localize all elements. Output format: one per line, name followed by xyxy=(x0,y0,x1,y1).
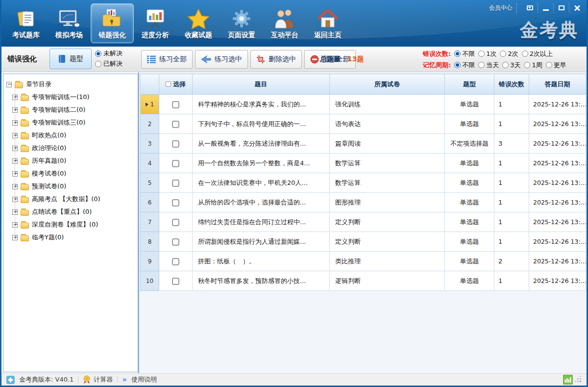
expand-plus-icon[interactable] xyxy=(12,146,18,151)
table-row[interactable]: 2 下列句子中，标点符号使用正确的一... 语句表达 单选题 1 2025-12… xyxy=(141,114,586,134)
expand-plus-icon[interactable] xyxy=(12,95,18,100)
nav-mock-exam[interactable]: 模拟考场 xyxy=(48,3,91,43)
nav-return-home[interactable]: 返回主页 xyxy=(306,3,349,43)
error-count-filter: 错误次数: 不限 1次 2次 2次以上 xyxy=(423,48,566,59)
row-checkbox[interactable] xyxy=(172,180,179,187)
member-center-link[interactable]: 会员中心 xyxy=(485,3,517,13)
filter-option[interactable]: 更早 xyxy=(546,61,566,70)
expand-plus-icon[interactable] xyxy=(12,107,18,113)
row-number-cell: 6 xyxy=(141,193,159,212)
tree-item[interactable]: 历年真题(0) xyxy=(6,155,136,167)
row-checkbox[interactable] xyxy=(172,160,179,167)
tree-item[interactable]: 高频考点 【大数据】(0) xyxy=(6,193,136,206)
table-row[interactable]: 6 从所给的四个选项中，选择最合适的... 图形推理 单选题 1 2025-12… xyxy=(141,193,586,212)
expand-plus-icon[interactable] xyxy=(12,197,18,202)
row-checkbox[interactable] xyxy=(172,140,179,148)
nav-interactive-platform[interactable]: 互动平台 xyxy=(263,3,306,43)
minimize-to-tray-button[interactable] xyxy=(522,2,538,13)
date-cell: 2025-12-26 13:... xyxy=(529,232,586,252)
expand-plus-icon[interactable] xyxy=(12,171,18,177)
row-checkbox[interactable] xyxy=(172,258,179,265)
nav-label: 页面设置 xyxy=(228,31,255,40)
table-row[interactable]: 10 秋冬时节感冒多发，预防感冒的小技... 逻辑判断 单选题 1 2025-1… xyxy=(141,271,586,291)
qtype-cell: 单选题 xyxy=(445,193,494,212)
tree-item[interactable]: 临考Y题(0) xyxy=(6,231,136,244)
tree-item[interactable]: 专项智能训练一(10) xyxy=(6,91,136,103)
qtype-cell: 单选题 xyxy=(445,154,494,173)
question-type-button[interactable]: 题型 xyxy=(49,49,92,69)
filter-option[interactable]: 3天 xyxy=(502,61,520,70)
practice-all-button[interactable]: 练习全部 xyxy=(141,50,193,69)
row-checkbox[interactable] xyxy=(172,101,179,108)
tree-item[interactable]: 预测试卷(0) xyxy=(6,180,136,193)
tree-item[interactable]: 专项智能训练二(0) xyxy=(6,103,136,116)
filter-option[interactable]: 2次 xyxy=(500,50,518,58)
nav-wrong-questions[interactable]: 错题强化 xyxy=(91,3,134,43)
practice-selected-button[interactable]: 练习选中 xyxy=(195,50,248,69)
expand-plus-icon[interactable] xyxy=(12,222,18,228)
row-checkbox[interactable] xyxy=(172,219,179,226)
total-value: 13题 xyxy=(347,55,364,63)
tree-item[interactable]: 模考试卷(0) xyxy=(6,167,136,180)
table-row[interactable]: 3 从一般视角看，充分陈述法律理由有... 篇章阅读 不定项选择题 3 2025… xyxy=(141,134,586,154)
calculator-link[interactable]: 计算器 xyxy=(83,375,113,384)
radio-unsolved[interactable]: 未解决 xyxy=(95,49,122,58)
status-bar: 金考典版本: V40.1 计算器 使用说明 xyxy=(1,373,587,386)
minimize-button[interactable] xyxy=(538,2,553,13)
table-header-row: 选择 题目 所属试卷 题型 错误次数 答题日期 xyxy=(141,74,586,95)
tree-item[interactable]: 深度自测卷【难度】(0) xyxy=(6,218,136,231)
row-checkbox[interactable] xyxy=(172,238,179,246)
collapse-minus-icon[interactable] xyxy=(6,82,12,87)
date-cell: 2025-12-26 13:... xyxy=(529,252,586,271)
maximize-button[interactable] xyxy=(553,2,569,13)
expand-plus-icon[interactable] xyxy=(12,235,18,240)
table-row[interactable]: 7 缔约过失责任是指在合同订立过程中... 定义判断 单选题 1 2025-12… xyxy=(141,212,586,232)
radio-selected-icon xyxy=(454,62,461,68)
row-checkbox[interactable] xyxy=(172,278,179,285)
tree-root[interactable]: 章节目录 xyxy=(6,78,136,91)
filter-option[interactable]: 不限 xyxy=(454,50,475,58)
table-row[interactable]: 8 所谓新闻侵权是指行为人通过新闻媒... 定义判断 单选题 1 2025-12… xyxy=(141,232,586,252)
select-all-checkbox[interactable] xyxy=(166,81,171,87)
expand-plus-icon[interactable] xyxy=(12,209,18,215)
nav-page-settings[interactable]: 页面设置 xyxy=(220,3,263,43)
nav-exam-bank[interactable]: 考试题库 xyxy=(4,3,48,43)
table-row[interactable]: 9 拼图：纸板（ ）。 类比推理 单选题 2 2025-12-26 13:... xyxy=(141,252,586,271)
nav-progress-analysis[interactable]: 进度分析 xyxy=(134,3,177,43)
close-button[interactable] xyxy=(569,2,585,13)
nav-favorites[interactable]: 收藏试题 xyxy=(177,3,220,43)
expand-plus-icon[interactable] xyxy=(12,120,18,126)
tree-item[interactable]: 点睛试卷【重点】(0) xyxy=(6,206,136,218)
row-number-cell: 7 xyxy=(141,212,159,232)
delete-selected-button[interactable]: 删除选中 xyxy=(250,50,302,69)
paper-cell: 强化训练 xyxy=(330,95,445,114)
filter-option[interactable]: 1次 xyxy=(478,50,496,58)
expand-plus-icon[interactable] xyxy=(12,184,18,189)
filter-option[interactable]: 当天 xyxy=(478,61,499,70)
expand-plus-icon[interactable] xyxy=(12,133,18,138)
select-all-header[interactable]: 选择 xyxy=(159,74,193,95)
filter-option[interactable]: 2次以上 xyxy=(522,50,553,58)
resize-grip[interactable] xyxy=(576,377,582,383)
folder-icon xyxy=(21,159,29,165)
errors-cell: 1 xyxy=(494,173,529,193)
status-right xyxy=(563,375,582,385)
table-row[interactable]: 4 用一个自然数去除另一个整数，商是4... 数学运算 单选题 1 2025-1… xyxy=(141,154,586,173)
stats-chart-icon[interactable] xyxy=(563,375,573,385)
row-checkbox[interactable] xyxy=(172,121,179,128)
errors-cell: 1 xyxy=(494,154,529,173)
tree-item[interactable]: 时政热点(0) xyxy=(6,129,136,142)
row-checkbox[interactable] xyxy=(172,199,179,206)
folder-icon xyxy=(21,133,29,139)
current-row-arrow-icon xyxy=(146,103,148,106)
tree-item[interactable]: 政治理论(0) xyxy=(6,142,136,155)
expand-plus-icon[interactable] xyxy=(12,158,18,164)
table-row[interactable]: 5 在一次法律知识竞赛中，甲机关20人... 数学运算 单选题 1 2025-1… xyxy=(141,173,586,193)
question-title-cell: 秋冬时节感冒多发，预防感冒的小技... xyxy=(193,271,330,291)
filter-option[interactable]: 不限 xyxy=(454,61,475,70)
help-link[interactable]: 使用说明 xyxy=(131,375,157,384)
radio-solved[interactable]: 已解决 xyxy=(95,59,122,68)
filter-option[interactable]: 1周 xyxy=(524,61,542,70)
tree-item[interactable]: 专项智能训练三(0) xyxy=(6,116,136,129)
table-row[interactable]: 1 科学精神的核心是求真务实，我们的... 强化训练 单选题 1 2025-12… xyxy=(141,95,586,114)
